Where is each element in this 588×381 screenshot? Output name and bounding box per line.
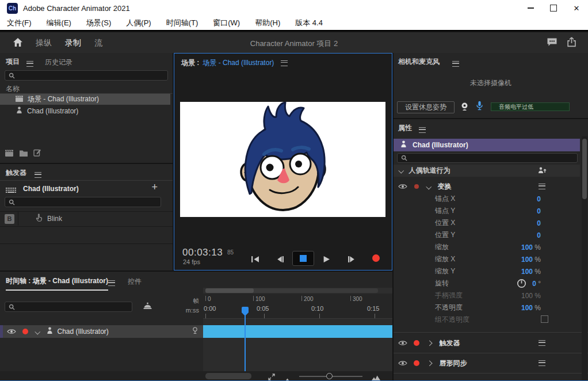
go-to-start-button[interactable] <box>251 255 259 265</box>
eye-icon[interactable] <box>398 181 407 192</box>
prop-row-anchor-x[interactable]: 锚点 X 0 <box>394 193 580 205</box>
microphone-icon[interactable] <box>476 101 483 113</box>
eye-icon[interactable] <box>7 326 16 337</box>
transform-menu-icon[interactable] <box>539 184 545 189</box>
prop-value[interactable]: 100 <box>521 243 533 252</box>
stop-button[interactable] <box>292 251 314 266</box>
menu-edit[interactable]: 编辑(E) <box>47 18 71 28</box>
rotation-dial-icon[interactable] <box>517 279 526 291</box>
track-header-row[interactable]: Chad (Illustrator) <box>0 325 203 338</box>
camera-panel-menu-icon[interactable] <box>452 61 459 67</box>
trigger-row-blink[interactable]: B Blink <box>0 212 173 226</box>
prop-row-anchor-y[interactable]: 锚点 Y 0 <box>394 205 580 217</box>
take-bar[interactable] <box>203 325 392 338</box>
set-rest-pose-button[interactable]: 设置休息姿势 <box>397 101 455 113</box>
previous-frame-button[interactable] <box>276 255 284 265</box>
prop-row-opacity[interactable]: 不透明度 100 % <box>394 302 580 314</box>
prop-row-scale-y[interactable]: 缩放 Y 100 % <box>394 265 580 277</box>
prop-row-rotation[interactable]: 旋转 0 ° <box>394 277 580 289</box>
prop-value[interactable]: 100 <box>521 256 533 264</box>
add-behavior-icon[interactable] <box>537 166 547 176</box>
zoom-slider-handle[interactable] <box>326 373 333 379</box>
zoom-out-icon[interactable] <box>284 374 291 381</box>
tab-project[interactable]: 项目 <box>6 57 20 71</box>
menu-timeline[interactable]: 时间轴(T) <box>166 18 198 28</box>
new-item-icon[interactable] <box>33 148 42 159</box>
eye-icon[interactable] <box>398 338 407 348</box>
project-panel-menu-icon[interactable] <box>26 61 33 67</box>
menu-help[interactable]: 帮助(H) <box>255 18 280 28</box>
triggers-search-input[interactable] <box>5 197 161 207</box>
arm-record-dot[interactable] <box>414 340 419 346</box>
add-trigger-button[interactable]: + <box>151 181 158 193</box>
arm-record-dot[interactable] <box>414 184 419 189</box>
triggers-group-menu-icon[interactable] <box>539 340 545 346</box>
prop-value[interactable]: 100 <box>521 268 533 276</box>
pin-icon[interactable] <box>192 326 198 337</box>
timeline-search-input[interactable] <box>5 302 132 312</box>
hscrollbar-thumb[interactable] <box>205 288 254 293</box>
webcam-icon[interactable] <box>460 102 469 113</box>
project-search-input[interactable] <box>5 70 168 81</box>
prop-row-scale-x[interactable]: 缩放 X 100 % <box>394 253 580 265</box>
lipsync-group-menu-icon[interactable] <box>539 360 545 366</box>
tab-history[interactable]: 历史记录 <box>45 58 72 67</box>
prop-row-position-x[interactable]: 位置 X 0 <box>394 217 580 229</box>
feedback-icon[interactable] <box>547 37 558 49</box>
lipsync-group-row[interactable]: 唇形同步 <box>394 356 580 370</box>
zoom-in-icon[interactable] <box>371 373 381 381</box>
prop-row-position-y[interactable]: 位置 Y 0 <box>394 229 580 241</box>
scene-name-link[interactable]: 场景 - Chad (Illustrator) <box>203 58 274 68</box>
chevron-down-icon[interactable] <box>426 184 432 189</box>
scene-panel-menu-icon[interactable] <box>281 60 288 66</box>
properties-search-input[interactable] <box>397 153 578 163</box>
triggers-group-row[interactable]: 触发器 <box>394 336 580 350</box>
properties-scrollbar[interactable] <box>582 136 587 381</box>
prop-value[interactable]: 0 <box>537 231 541 239</box>
group-opacity-checkbox[interactable] <box>541 315 548 323</box>
timeline-ruler[interactable]: 0 100 200 300 0:00 0:05 0:10 0:15 <box>203 295 392 319</box>
prop-value[interactable]: 0 <box>532 280 536 288</box>
play-button[interactable] <box>323 255 330 265</box>
new-scene-icon[interactable] <box>5 149 14 159</box>
bottom-hscrollbar-thumb[interactable] <box>205 373 251 379</box>
transform-group-row[interactable]: 变换 <box>394 180 580 193</box>
menu-window[interactable]: 窗口(W) <box>213 18 240 28</box>
maximize-button[interactable] <box>542 0 565 16</box>
prop-value[interactable]: 0 <box>537 207 541 215</box>
scene-stage[interactable] <box>180 102 385 217</box>
project-row-scene[interactable]: 场景 - Chad (Illustrator) <box>0 94 170 105</box>
next-frame-button[interactable] <box>348 255 356 265</box>
prop-value[interactable]: 100 <box>521 304 533 312</box>
properties-puppet-row[interactable]: Chad (Illustrator) <box>394 139 580 151</box>
tab-timeline[interactable]: 时间轴 : 场景 - Chad (Illustrator) <box>6 276 108 291</box>
properties-panel-menu-icon[interactable] <box>419 127 426 133</box>
eye-icon[interactable] <box>398 358 407 368</box>
eye-icon[interactable] <box>398 379 407 381</box>
menu-file[interactable]: 文件(F) <box>7 18 32 28</box>
arm-record-dot[interactable] <box>22 329 28 334</box>
timeline-panel-menu-icon[interactable] <box>108 280 115 286</box>
menu-puppet[interactable]: 人偶(P) <box>126 18 151 28</box>
column-header-name[interactable]: 名称 <box>6 84 20 94</box>
export-share-icon[interactable] <box>567 37 576 49</box>
timeline-hscrollbar[interactable] <box>203 288 392 294</box>
project-row-puppet[interactable]: Chad (Illustrator) <box>0 105 170 116</box>
scrollbar-thumb[interactable] <box>582 139 587 199</box>
chevron-right-icon[interactable] <box>427 340 432 345</box>
record-button[interactable] <box>372 254 380 262</box>
prop-value[interactable]: 0 <box>537 195 541 203</box>
menu-scene[interactable]: 场景(S) <box>86 18 111 28</box>
timecode[interactable]: 00:03:13 <box>182 247 223 258</box>
snapshot-icon[interactable] <box>143 302 152 313</box>
arm-record-dot[interactable] <box>414 360 419 366</box>
prop-value[interactable]: 0 <box>537 219 541 227</box>
tab-controls[interactable]: 控件 <box>128 277 142 287</box>
folder-icon[interactable] <box>19 149 28 159</box>
close-button[interactable]: ✕ <box>565 0 588 16</box>
chevron-right-icon[interactable] <box>427 360 432 365</box>
prop-row-scale[interactable]: 缩放 100 % <box>394 241 580 253</box>
minimize-button[interactable] <box>519 0 542 16</box>
chevron-down-icon[interactable] <box>35 329 40 334</box>
behavior-section-header[interactable]: 人偶轨道行为 <box>394 165 580 177</box>
